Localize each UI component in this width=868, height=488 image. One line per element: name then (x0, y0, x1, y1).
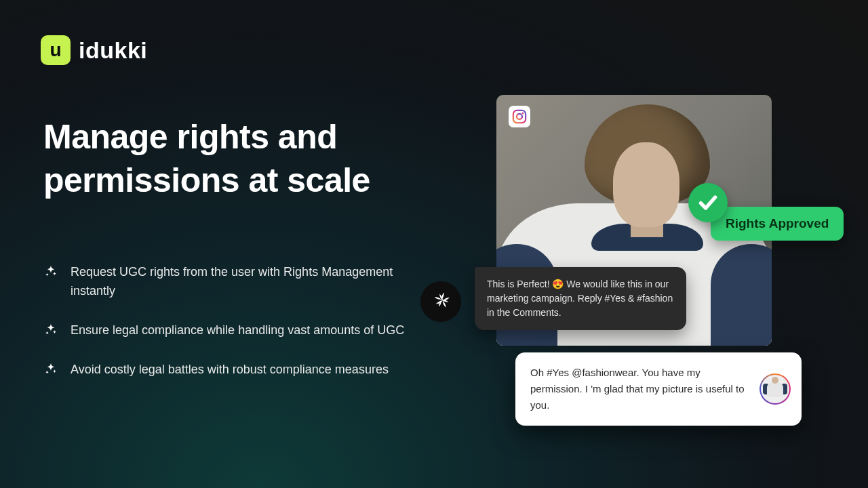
sparkle-icon (43, 264, 58, 279)
brand-message-bubble: This is Perfect! 😍 We would like this in… (475, 267, 686, 330)
svg-point-1 (517, 114, 522, 119)
svg-rect-0 (513, 110, 526, 123)
page-title: Manage rights and permissions at scale (43, 115, 423, 202)
feature-item: Avoid costly legal battles with robust c… (43, 361, 423, 380)
hero-copy: Manage rights and permissions at scale R… (43, 115, 423, 380)
pinwheel-icon (428, 289, 454, 314)
avatar-thumbnail (763, 377, 787, 401)
brand-avatar (420, 281, 461, 322)
feature-list: Request UGC rights from the user with Ri… (43, 263, 423, 380)
user-avatar (760, 373, 791, 405)
check-icon (688, 183, 728, 222)
brand-logo: u idukki (41, 35, 147, 65)
svg-point-2 (522, 113, 524, 115)
user-reply-text: Oh #Yes @fashionwear. You have my permis… (530, 367, 745, 411)
sparkle-icon (43, 362, 58, 377)
feature-item: Ensure legal compliance while handling v… (43, 321, 423, 340)
brand-message-text: This is Perfect! 😍 We would like this in… (487, 279, 673, 318)
rights-approved-badge: Rights Approved (711, 207, 844, 241)
feature-item: Request UGC rights from the user with Ri… (43, 263, 423, 301)
sparkle-icon (43, 323, 58, 338)
feature-text: Request UGC rights from the user with Ri… (71, 263, 423, 301)
brand-logo-mark: u (41, 35, 71, 65)
user-reply-bubble: Oh #Yes @fashionwear. You have my permis… (515, 352, 802, 426)
rights-approved-label: Rights Approved (726, 216, 829, 230)
feature-text: Avoid costly legal battles with robust c… (71, 361, 389, 380)
feature-text: Ensure legal compliance while handling v… (71, 321, 404, 340)
instagram-icon (509, 106, 530, 127)
brand-logo-text: idukki (79, 37, 147, 64)
